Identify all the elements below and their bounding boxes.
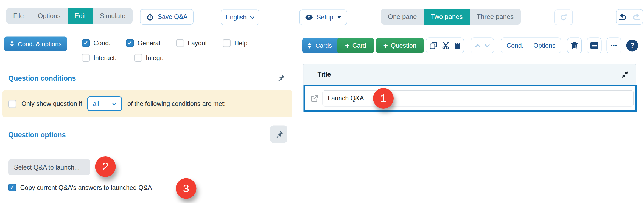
- setup-button[interactable]: Setup: [299, 10, 347, 25]
- add-card-button[interactable]: + Card: [337, 38, 374, 53]
- check-icon: ✓: [10, 185, 15, 190]
- help-button[interactable]: ?: [626, 40, 639, 52]
- more-actions-button[interactable]: •••: [607, 38, 621, 54]
- filter-label: General: [138, 39, 160, 47]
- chevron-down-icon: [112, 102, 117, 105]
- pane-switcher: One pane Two panes Three panes: [381, 9, 521, 25]
- undo-redo-group: [616, 9, 643, 25]
- mode-switcher: File Options Edit Simulate: [6, 8, 133, 24]
- filter-help: ✓ Help: [223, 39, 248, 47]
- pin-button[interactable]: [270, 126, 287, 143]
- card-header: Title: [304, 64, 636, 85]
- condition-rule-row: ✓ Only show question if all of the follo…: [2, 90, 292, 117]
- check-icon: ✓: [128, 40, 132, 46]
- qa-editor-window: File Options Edit Simulate Save Q&A Engl…: [0, 0, 644, 203]
- only-show-checkbox[interactable]: ✓: [8, 100, 16, 108]
- tab-options[interactable]: Options: [31, 8, 68, 24]
- card-title: Title: [318, 71, 331, 78]
- chevron-down-icon: [250, 16, 255, 19]
- check-icon: ✓: [83, 40, 88, 46]
- cut-icon[interactable]: [442, 42, 450, 50]
- step-badge-2: 2: [95, 156, 116, 177]
- question-card: Title: [303, 64, 636, 112]
- delete-button[interactable]: [567, 38, 582, 54]
- redo-icon[interactable]: [632, 13, 641, 21]
- pin-icon[interactable]: [276, 74, 285, 83]
- copy-answers-checkbox[interactable]: ✓: [8, 184, 16, 191]
- filter-interact: ✓ Interact.: [82, 54, 117, 62]
- sort-icon: [10, 41, 15, 47]
- external-link-icon[interactable]: [310, 94, 319, 103]
- setup-label: Setup: [317, 14, 334, 21]
- only-show-prefix: Only show question if: [21, 100, 82, 108]
- tab-simulate[interactable]: Simulate: [93, 8, 132, 24]
- question-conditions-title: Question conditions: [8, 75, 76, 83]
- language-select[interactable]: English: [221, 10, 259, 25]
- filter-general: ✓ General: [126, 39, 160, 47]
- table-icon: [590, 42, 598, 49]
- pane-divider: [296, 35, 296, 203]
- language-value: English: [226, 14, 247, 21]
- tab-file[interactable]: File: [6, 8, 31, 24]
- cards-label: Cards: [315, 42, 332, 49]
- add-card-label: Card: [352, 42, 366, 49]
- collapse-icon[interactable]: [621, 71, 629, 79]
- only-show-suffix: of the following conditions are met:: [127, 100, 226, 108]
- pin-icon: [275, 130, 283, 139]
- eye-icon: [305, 15, 313, 20]
- tab-one-pane[interactable]: One pane: [381, 9, 424, 25]
- help-checkbox[interactable]: ✓: [223, 39, 231, 47]
- list-view-button[interactable]: [587, 38, 602, 54]
- clipboard-group: [426, 38, 464, 54]
- cond-button[interactable]: Cond.: [502, 42, 528, 49]
- selected-question-row[interactable]: [304, 85, 637, 112]
- cond-checkbox[interactable]: ✓: [82, 39, 90, 47]
- step-badge-3: 3: [176, 178, 197, 199]
- filter-layout: ✓ Layout: [176, 39, 207, 47]
- chevron-down-icon[interactable]: [485, 44, 490, 47]
- undo-icon[interactable]: [618, 13, 627, 21]
- copy-icon[interactable]: [429, 42, 437, 50]
- filter-label: Integr.: [146, 54, 164, 61]
- filter-label: Layout: [188, 39, 207, 47]
- integr-checkbox[interactable]: ✓: [134, 54, 142, 62]
- filter-label: Help: [234, 39, 248, 47]
- match-mode-value: all: [93, 100, 99, 108]
- question-options-title: Question options: [8, 131, 66, 139]
- move-group: [471, 38, 494, 54]
- interact-checkbox[interactable]: ✓: [82, 54, 90, 62]
- trash-icon: [571, 42, 578, 49]
- refresh-icon: [560, 13, 568, 21]
- copy-answers-label: Copy current Q&A's answers to launched Q…: [20, 184, 152, 191]
- upload-icon: [146, 13, 154, 21]
- options-button[interactable]: Options: [528, 42, 560, 49]
- question-title-input[interactable]: [323, 90, 634, 107]
- ellipsis-icon: •••: [611, 43, 617, 49]
- general-checkbox[interactable]: ✓: [126, 39, 134, 47]
- caret-down-icon: [337, 16, 341, 19]
- filter-label: Cond.: [94, 39, 111, 47]
- copy-answers-option: ✓ Copy current Q&A's answers to launched…: [8, 184, 152, 191]
- match-mode-select[interactable]: all: [87, 96, 122, 111]
- cond-options-button[interactable]: Cond. & options: [4, 37, 67, 51]
- paste-icon[interactable]: [454, 42, 461, 49]
- add-question-label: Question: [391, 42, 416, 49]
- step-badge-1: 1: [373, 88, 394, 109]
- select-qa-to-launch-button[interactable]: Select Q&A to launch...: [8, 159, 90, 176]
- sort-icon: [307, 43, 312, 49]
- chevron-up-icon[interactable]: [475, 44, 480, 47]
- filter-cond: ✓ Cond.: [82, 39, 111, 47]
- filter-integr: ✓ Integr.: [134, 54, 164, 62]
- save-qa-button[interactable]: Save Q&A: [140, 9, 194, 25]
- filter-label: Interact.: [94, 54, 117, 61]
- save-qa-label: Save Q&A: [158, 13, 188, 21]
- cond-options-label: Cond. & options: [18, 40, 62, 47]
- tab-edit[interactable]: Edit: [68, 8, 93, 24]
- refresh-button[interactable]: [554, 10, 573, 25]
- cond-options-group: Cond. Options: [501, 38, 561, 54]
- tab-two-panes[interactable]: Two panes: [424, 9, 470, 25]
- layout-checkbox[interactable]: ✓: [176, 39, 184, 47]
- add-question-button[interactable]: + Question: [376, 38, 424, 53]
- tab-three-panes[interactable]: Three panes: [470, 9, 521, 25]
